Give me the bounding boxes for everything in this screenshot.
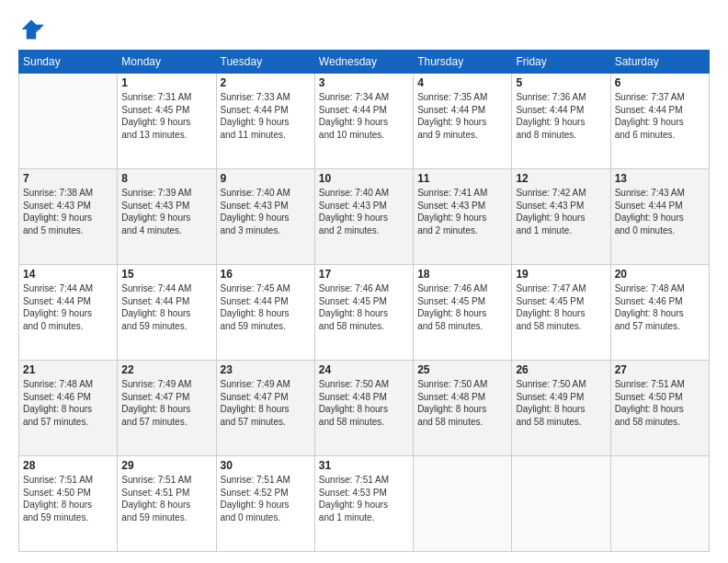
day-number: 17: [319, 268, 409, 281]
day-number: 8: [121, 172, 211, 185]
day-number: 23: [221, 363, 311, 376]
calendar-cell: 17Sunrise: 7:46 AM Sunset: 4:45 PM Dayli…: [314, 265, 413, 361]
calendar-cell: 28Sunrise: 7:51 AM Sunset: 4:50 PM Dayli…: [19, 456, 118, 552]
day-info: Sunrise: 7:49 AM Sunset: 4:47 PM Dayligh…: [221, 378, 311, 428]
calendar-cell: 21Sunrise: 7:48 AM Sunset: 4:46 PM Dayli…: [19, 361, 118, 456]
day-info: Sunrise: 7:51 AM Sunset: 4:51 PM Dayligh…: [121, 474, 211, 523]
calendar-cell: 4Sunrise: 7:35 AM Sunset: 4:44 PM Daylig…: [414, 74, 512, 169]
day-number: 1: [121, 76, 211, 89]
logo-icon: [18, 17, 44, 42]
calendar-cell: 30Sunrise: 7:51 AM Sunset: 4:52 PM Dayli…: [216, 456, 314, 552]
day-number: 4: [417, 76, 507, 89]
calendar-cell: 2Sunrise: 7:33 AM Sunset: 4:44 PM Daylig…: [216, 74, 314, 169]
day-info: Sunrise: 7:35 AM Sunset: 4:44 PM Dayligh…: [417, 91, 507, 141]
day-number: 21: [23, 363, 113, 376]
day-number: 10: [319, 172, 409, 185]
day-number: 2: [221, 76, 311, 89]
calendar-cell: 5Sunrise: 7:36 AM Sunset: 4:44 PM Daylig…: [512, 74, 610, 169]
day-info: Sunrise: 7:45 AM Sunset: 4:44 PM Dayligh…: [221, 282, 311, 332]
calendar-cell: 26Sunrise: 7:50 AM Sunset: 4:49 PM Dayli…: [512, 361, 610, 456]
calendar-header-row: SundayMondayTuesdayWednesdayThursdayFrid…: [19, 51, 710, 74]
calendar-cell: 24Sunrise: 7:50 AM Sunset: 4:48 PM Dayli…: [314, 361, 413, 456]
day-info: Sunrise: 7:51 AM Sunset: 4:53 PM Dayligh…: [319, 474, 409, 523]
calendar-table: SundayMondayTuesdayWednesdayThursdayFrid…: [18, 50, 710, 552]
day-number: 16: [221, 268, 311, 281]
calendar-cell: 16Sunrise: 7:45 AM Sunset: 4:44 PM Dayli…: [216, 265, 314, 361]
calendar-cell: [19, 74, 118, 169]
day-info: Sunrise: 7:48 AM Sunset: 4:46 PM Dayligh…: [23, 378, 113, 428]
header: [18, 17, 710, 42]
day-number: 25: [417, 363, 507, 376]
calendar-header-monday: Monday: [118, 51, 216, 74]
day-info: Sunrise: 7:50 AM Sunset: 4:48 PM Dayligh…: [417, 378, 507, 428]
day-number: 19: [516, 268, 606, 281]
calendar-cell: 1Sunrise: 7:31 AM Sunset: 4:45 PM Daylig…: [118, 74, 216, 169]
calendar-cell: 18Sunrise: 7:46 AM Sunset: 4:45 PM Dayli…: [414, 265, 512, 361]
day-number: 27: [615, 363, 705, 376]
day-number: 22: [121, 363, 211, 376]
day-info: Sunrise: 7:40 AM Sunset: 4:43 PM Dayligh…: [319, 187, 409, 236]
day-info: Sunrise: 7:31 AM Sunset: 4:45 PM Dayligh…: [121, 91, 211, 141]
calendar-cell: 11Sunrise: 7:41 AM Sunset: 4:43 PM Dayli…: [414, 169, 512, 265]
calendar-cell: 14Sunrise: 7:44 AM Sunset: 4:44 PM Dayli…: [19, 265, 118, 361]
calendar-week-row: 1Sunrise: 7:31 AM Sunset: 4:45 PM Daylig…: [19, 74, 710, 169]
day-number: 7: [23, 172, 113, 185]
calendar-cell: 25Sunrise: 7:50 AM Sunset: 4:48 PM Dayli…: [414, 361, 512, 456]
day-info: Sunrise: 7:41 AM Sunset: 4:43 PM Dayligh…: [417, 187, 507, 236]
calendar-cell: 31Sunrise: 7:51 AM Sunset: 4:53 PM Dayli…: [314, 456, 413, 552]
day-info: Sunrise: 7:51 AM Sunset: 4:50 PM Dayligh…: [615, 378, 705, 428]
day-info: Sunrise: 7:37 AM Sunset: 4:44 PM Dayligh…: [615, 91, 705, 141]
calendar-week-row: 7Sunrise: 7:38 AM Sunset: 4:43 PM Daylig…: [19, 169, 710, 265]
calendar-header-friday: Friday: [512, 51, 610, 74]
calendar-cell: 23Sunrise: 7:49 AM Sunset: 4:47 PM Dayli…: [216, 361, 314, 456]
day-number: 14: [23, 268, 113, 281]
calendar-cell: 19Sunrise: 7:47 AM Sunset: 4:45 PM Dayli…: [512, 265, 610, 361]
day-number: 13: [615, 172, 705, 185]
calendar-cell: [414, 456, 512, 552]
day-number: 31: [319, 459, 409, 472]
calendar-cell: 29Sunrise: 7:51 AM Sunset: 4:51 PM Dayli…: [118, 456, 216, 552]
day-info: Sunrise: 7:50 AM Sunset: 4:49 PM Dayligh…: [516, 378, 606, 428]
svg-marker-1: [36, 25, 44, 33]
calendar-cell: 7Sunrise: 7:38 AM Sunset: 4:43 PM Daylig…: [19, 169, 118, 265]
day-number: 9: [221, 172, 311, 185]
calendar-header-tuesday: Tuesday: [216, 51, 314, 74]
day-info: Sunrise: 7:38 AM Sunset: 4:43 PM Dayligh…: [23, 187, 113, 236]
calendar-cell: 15Sunrise: 7:44 AM Sunset: 4:44 PM Dayli…: [118, 265, 216, 361]
day-info: Sunrise: 7:51 AM Sunset: 4:52 PM Dayligh…: [221, 474, 311, 523]
logo: [18, 17, 48, 42]
calendar-cell: 3Sunrise: 7:34 AM Sunset: 4:44 PM Daylig…: [314, 74, 413, 169]
day-info: Sunrise: 7:39 AM Sunset: 4:43 PM Dayligh…: [121, 187, 211, 236]
day-number: 6: [615, 76, 705, 89]
calendar-header-wednesday: Wednesday: [314, 51, 413, 74]
day-info: Sunrise: 7:44 AM Sunset: 4:44 PM Dayligh…: [23, 282, 113, 332]
day-number: 11: [417, 172, 507, 185]
day-info: Sunrise: 7:42 AM Sunset: 4:43 PM Dayligh…: [516, 187, 606, 236]
day-number: 24: [319, 363, 409, 376]
calendar-header-thursday: Thursday: [414, 51, 512, 74]
day-info: Sunrise: 7:43 AM Sunset: 4:44 PM Dayligh…: [615, 187, 705, 236]
day-number: 29: [121, 459, 211, 472]
day-number: 15: [121, 268, 211, 281]
day-info: Sunrise: 7:50 AM Sunset: 4:48 PM Dayligh…: [319, 378, 409, 428]
calendar-week-row: 21Sunrise: 7:48 AM Sunset: 4:46 PM Dayli…: [19, 361, 710, 456]
day-number: 30: [221, 459, 311, 472]
day-number: 28: [23, 459, 113, 472]
day-info: Sunrise: 7:51 AM Sunset: 4:50 PM Dayligh…: [23, 474, 113, 523]
day-number: 5: [516, 76, 606, 89]
day-number: 3: [319, 76, 409, 89]
calendar-week-row: 28Sunrise: 7:51 AM Sunset: 4:50 PM Dayli…: [19, 456, 710, 552]
calendar-cell: 10Sunrise: 7:40 AM Sunset: 4:43 PM Dayli…: [314, 169, 413, 265]
day-info: Sunrise: 7:46 AM Sunset: 4:45 PM Dayligh…: [417, 282, 507, 332]
calendar-cell: 27Sunrise: 7:51 AM Sunset: 4:50 PM Dayli…: [610, 361, 709, 456]
day-info: Sunrise: 7:46 AM Sunset: 4:45 PM Dayligh…: [319, 282, 409, 332]
day-number: 12: [516, 172, 606, 185]
day-info: Sunrise: 7:44 AM Sunset: 4:44 PM Dayligh…: [121, 282, 211, 332]
calendar-header-saturday: Saturday: [610, 51, 709, 74]
day-info: Sunrise: 7:49 AM Sunset: 4:47 PM Dayligh…: [121, 378, 211, 428]
calendar-cell: [512, 456, 610, 552]
day-number: 20: [615, 268, 705, 281]
calendar-week-row: 14Sunrise: 7:44 AM Sunset: 4:44 PM Dayli…: [19, 265, 710, 361]
calendar-cell: 9Sunrise: 7:40 AM Sunset: 4:43 PM Daylig…: [216, 169, 314, 265]
calendar-cell: 13Sunrise: 7:43 AM Sunset: 4:44 PM Dayli…: [610, 169, 709, 265]
